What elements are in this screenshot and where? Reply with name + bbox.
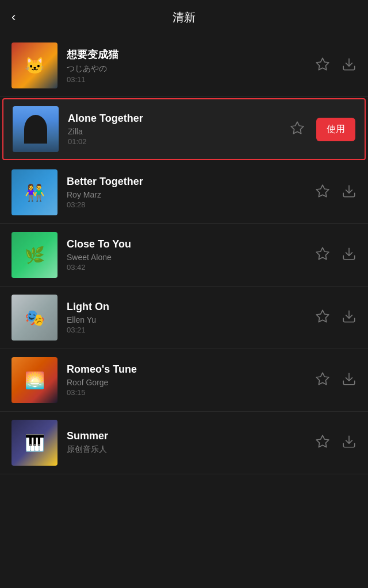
- song-actions: [315, 372, 356, 389]
- svg-marker-5: [316, 247, 329, 260]
- song-thumbnail: [12, 232, 57, 278]
- song-actions: [315, 434, 356, 451]
- song-title: Close To You: [67, 238, 315, 250]
- list-item[interactable]: Romeo's TuneRoof Gorge03:15: [0, 349, 368, 412]
- svg-marker-3: [316, 185, 329, 197]
- download-icon[interactable]: [342, 372, 356, 389]
- song-title: Alone Together: [68, 113, 290, 125]
- song-actions: [315, 184, 356, 201]
- song-actions: [315, 57, 356, 74]
- download-icon[interactable]: [342, 434, 356, 451]
- song-thumbnail: [12, 420, 57, 466]
- song-thumbnail: [12, 42, 57, 88]
- song-actions: [315, 309, 356, 326]
- song-thumbnail: [12, 357, 57, 403]
- svg-marker-2: [291, 122, 304, 134]
- song-thumbnail: [12, 169, 57, 215]
- song-artist: Zilla: [68, 127, 290, 136]
- list-item[interactable]: 想要变成猫つじあやの03:11: [0, 34, 368, 97]
- song-list: 想要变成猫つじあやの03:11 Alone TogetherZilla01:02…: [0, 34, 368, 474]
- song-duration: 03:15: [67, 388, 315, 397]
- song-info: Romeo's TuneRoof Gorge03:15: [67, 363, 315, 397]
- song-artist: Sweet Alone: [67, 253, 315, 262]
- song-duration: 03:28: [67, 200, 315, 209]
- song-duration: 03:21: [67, 326, 315, 334]
- svg-marker-0: [316, 58, 329, 70]
- use-button[interactable]: 使用: [316, 118, 355, 141]
- list-item[interactable]: Better TogetherRoy Marz03:28: [0, 161, 368, 224]
- favorite-icon[interactable]: [315, 372, 330, 389]
- song-title: Summer: [67, 430, 315, 442]
- page-title: 清新: [12, 10, 356, 25]
- header: ‹ 清新: [0, 0, 368, 34]
- song-actions: 使用: [290, 118, 355, 141]
- svg-marker-7: [316, 310, 329, 322]
- favorite-icon[interactable]: [315, 184, 330, 201]
- song-info: Close To YouSweet Alone03:42: [67, 238, 315, 272]
- song-artist: Ellen Yu: [67, 315, 315, 324]
- song-info: Better TogetherRoy Marz03:28: [67, 176, 315, 209]
- song-title: Better Together: [67, 176, 315, 188]
- song-info: Light OnEllen Yu03:21: [67, 301, 315, 334]
- download-icon[interactable]: [342, 57, 356, 74]
- song-artist: つじあやの: [67, 64, 315, 74]
- song-title: Romeo's Tune: [67, 363, 315, 376]
- song-title: Light On: [67, 301, 315, 313]
- song-actions: [315, 246, 356, 264]
- favorite-icon[interactable]: [290, 121, 305, 138]
- song-artist: Roof Gorge: [67, 378, 315, 387]
- svg-marker-11: [316, 435, 329, 447]
- download-icon[interactable]: [342, 184, 356, 201]
- song-duration: 01:02: [68, 137, 290, 146]
- song-title: 想要变成猫: [67, 48, 315, 61]
- song-thumbnail: [13, 106, 59, 152]
- favorite-icon[interactable]: [315, 309, 330, 326]
- list-item[interactable]: Summer原创音乐人: [0, 412, 368, 474]
- song-duration: 03:11: [67, 75, 315, 84]
- song-info: Alone TogetherZilla01:02: [68, 113, 290, 146]
- back-button[interactable]: ‹: [12, 10, 16, 25]
- download-icon[interactable]: [342, 309, 356, 326]
- list-item[interactable]: Close To YouSweet Alone03:42: [0, 224, 368, 287]
- list-item[interactable]: Light OnEllen Yu03:21: [0, 287, 368, 349]
- list-item[interactable]: Alone TogetherZilla01:02 使用: [2, 98, 366, 160]
- song-info: Summer原创音乐人: [67, 430, 315, 456]
- song-artist: Roy Marz: [67, 190, 315, 199]
- favorite-icon[interactable]: [315, 246, 330, 264]
- svg-marker-9: [316, 373, 329, 385]
- song-info: 想要变成猫つじあやの03:11: [67, 48, 315, 84]
- download-icon[interactable]: [342, 246, 356, 264]
- song-artist: 原创音乐人: [67, 444, 315, 455]
- favorite-icon[interactable]: [315, 434, 330, 451]
- song-duration: 03:42: [67, 263, 315, 272]
- song-thumbnail: [12, 295, 57, 341]
- favorite-icon[interactable]: [315, 57, 330, 74]
